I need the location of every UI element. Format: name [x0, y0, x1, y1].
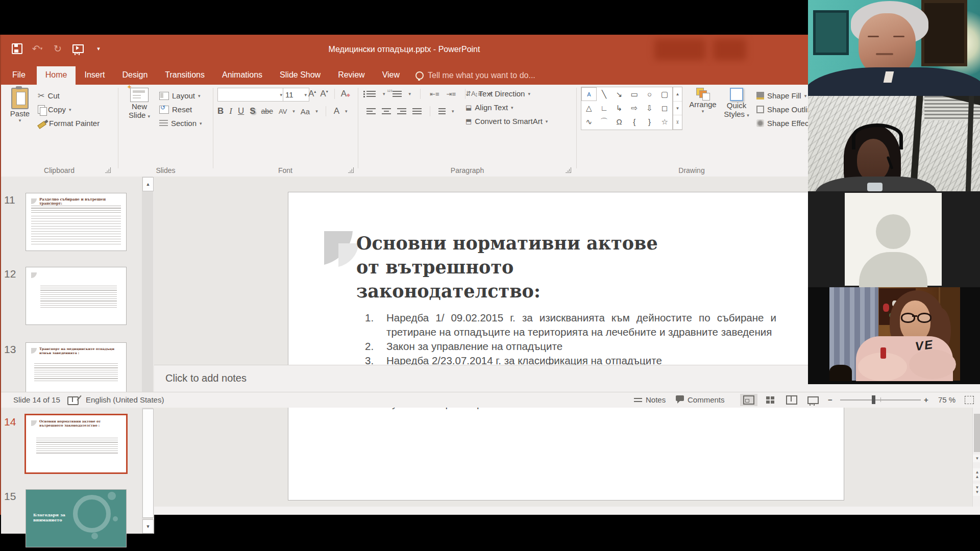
participant-video-1[interactable]: [808, 0, 980, 96]
thumbnail-panel-scrollbar[interactable]: ▲ ▼: [142, 177, 153, 534]
slide-title[interactable]: Основни нормативни актове от вътрешното …: [356, 231, 663, 303]
spellcheck-icon[interactable]: [67, 396, 79, 405]
tell-me-box[interactable]: Tell me what you want to do...: [415, 66, 535, 85]
font-color-button[interactable]: A: [334, 106, 339, 116]
bullets-icon[interactable]: [366, 91, 376, 97]
strikethrough-button[interactable]: abe: [261, 107, 273, 115]
zoom-slider[interactable]: [840, 399, 921, 400]
tab-transitions[interactable]: Transitions: [156, 66, 213, 85]
copy-button[interactable]: Copy▾: [38, 103, 100, 116]
increase-font-icon[interactable]: A▴: [308, 89, 316, 99]
text-box-shape-icon[interactable]: A: [581, 87, 597, 101]
left-brace-shape-icon[interactable]: {: [627, 115, 642, 129]
elbow-connector-shape-icon[interactable]: ∟: [597, 101, 612, 115]
change-case-button[interactable]: Aa: [301, 107, 310, 116]
previous-slide-icon[interactable]: ▲▲: [973, 468, 980, 481]
shapes-gallery-scrollbar[interactable]: ▲ ▼ ⊻: [673, 87, 682, 130]
layout-button[interactable]: Layout▾: [159, 89, 202, 103]
next-slide-icon[interactable]: ▼▼: [973, 484, 980, 496]
line-shape-icon[interactable]: ╲: [597, 87, 612, 101]
slideshow-view-button[interactable]: [804, 394, 822, 406]
tab-slideshow[interactable]: Slide Show: [271, 66, 329, 85]
gallery-down-icon[interactable]: ▼: [673, 102, 682, 116]
justify-icon[interactable]: [412, 108, 422, 115]
curve-shape-icon[interactable]: Ω: [611, 115, 627, 129]
gallery-more-icon[interactable]: ⊻: [673, 115, 682, 130]
participant-video-3-avatar[interactable]: [808, 191, 980, 287]
editor-scroll-down-icon[interactable]: ▼: [973, 455, 980, 462]
columns-icon[interactable]: [438, 108, 446, 115]
tab-file[interactable]: File: [1, 66, 37, 85]
numbering-icon[interactable]: [393, 91, 402, 97]
rounded-rectangle-shape-icon[interactable]: ▢: [657, 87, 672, 101]
text-direction-button[interactable]: ⇵AText Direction▾: [465, 87, 548, 101]
font-dialog-launcher[interactable]: [348, 167, 354, 173]
bold-button[interactable]: B: [217, 106, 224, 116]
align-left-icon[interactable]: [366, 108, 376, 115]
decrease-indent-icon[interactable]: ⇤≡: [430, 90, 439, 98]
notes-placeholder[interactable]: Click to add notes: [165, 372, 247, 384]
elbow-arrow-shape-icon[interactable]: ↳: [611, 101, 627, 115]
tab-review[interactable]: Review: [329, 66, 373, 85]
panel-scroll-thumb[interactable]: [142, 409, 154, 518]
align-text-button[interactable]: ⬓Align Text▾: [465, 101, 548, 114]
zoom-level[interactable]: 75 %: [938, 395, 955, 404]
italic-button[interactable]: I: [229, 106, 232, 116]
comments-toggle[interactable]: Comments: [676, 395, 725, 404]
slide-sorter-view-button[interactable]: [762, 394, 779, 406]
tab-home[interactable]: Home: [37, 66, 76, 85]
quick-styles-button[interactable]: Quick Styles ▾: [721, 88, 752, 118]
panel-scroll-up-icon[interactable]: ▲: [142, 177, 154, 191]
shapes-gallery[interactable]: A ╲ ↘ ▭ ○ ▢ △ ∟ ↳ ⇨ ⇩ ◻ ∿ ⌒ Ω { }: [581, 87, 673, 130]
convert-smartart-button[interactable]: ⬒Convert to SmartArt▾: [465, 114, 548, 128]
decrease-font-icon[interactable]: A▾: [320, 89, 328, 99]
right-arrow-shape-icon[interactable]: ⇨: [627, 101, 642, 115]
cut-button[interactable]: ✂Cut: [38, 89, 100, 103]
language-status[interactable]: English (United States): [86, 395, 164, 404]
slide-canvas[interactable]: Основни нормативни актове от вътрешното …: [288, 192, 844, 500]
oval-shape-icon[interactable]: ○: [642, 87, 657, 101]
scribble-shape-icon[interactable]: ∿: [581, 115, 597, 129]
format-painter-button[interactable]: Format Painter: [38, 116, 100, 130]
normal-view-button[interactable]: [740, 394, 757, 406]
character-spacing-button[interactable]: AV: [279, 108, 287, 115]
text-shadow-button[interactable]: S: [250, 106, 255, 116]
arrange-button[interactable]: Arrange▾: [688, 88, 718, 114]
align-right-icon[interactable]: [397, 108, 406, 115]
triangle-shape-icon[interactable]: △: [581, 101, 597, 115]
tab-insert[interactable]: Insert: [76, 66, 113, 85]
underline-button[interactable]: U: [238, 106, 244, 116]
fit-slide-to-window-icon[interactable]: [965, 396, 974, 404]
zoom-in-icon[interactable]: +: [924, 395, 928, 404]
editor-scroll-thumb[interactable]: [974, 414, 980, 452]
clipboard-dialog-launcher[interactable]: [105, 167, 111, 173]
font-name-select[interactable]: ▾: [217, 88, 285, 102]
right-brace-shape-icon[interactable]: }: [642, 115, 657, 129]
participant-video-4[interactable]: VE: [808, 287, 980, 384]
rectangle-shape-icon[interactable]: ▭: [627, 87, 642, 101]
zoom-out-icon[interactable]: −: [828, 395, 832, 404]
arrow-shape-icon[interactable]: ↘: [611, 87, 627, 101]
participant-video-2[interactable]: [808, 96, 980, 191]
down-arrow-shape-icon[interactable]: ⇩: [642, 101, 657, 115]
tab-design[interactable]: Design: [113, 66, 156, 85]
increase-indent-icon[interactable]: ⇥≡: [447, 90, 456, 98]
callout-shape-icon[interactable]: ◻: [657, 101, 672, 115]
tab-animations[interactable]: Animations: [213, 66, 271, 85]
arc-shape-icon[interactable]: ⌒: [597, 115, 612, 129]
star-shape-icon[interactable]: ☆: [657, 115, 672, 129]
reading-view-button[interactable]: [783, 394, 800, 406]
align-center-icon[interactable]: [382, 108, 391, 115]
zoom-slider-thumb[interactable]: [872, 395, 875, 404]
gallery-up-icon[interactable]: ▲: [673, 87, 682, 102]
new-slide-button[interactable]: ✦ New Slide ▾: [124, 88, 155, 119]
notes-toggle[interactable]: Notes: [634, 395, 666, 404]
paragraph-dialog-launcher[interactable]: [566, 167, 571, 173]
clear-formatting-icon[interactable]: A◆: [341, 89, 350, 99]
panel-scroll-down-icon[interactable]: ▼: [142, 519, 154, 534]
reset-button[interactable]: Reset: [159, 103, 202, 116]
section-button[interactable]: Section▾: [159, 116, 202, 130]
font-size-select[interactable]: 11▾: [283, 88, 309, 102]
paste-button[interactable]: Paste▾: [6, 88, 34, 123]
tab-view[interactable]: View: [374, 66, 408, 85]
